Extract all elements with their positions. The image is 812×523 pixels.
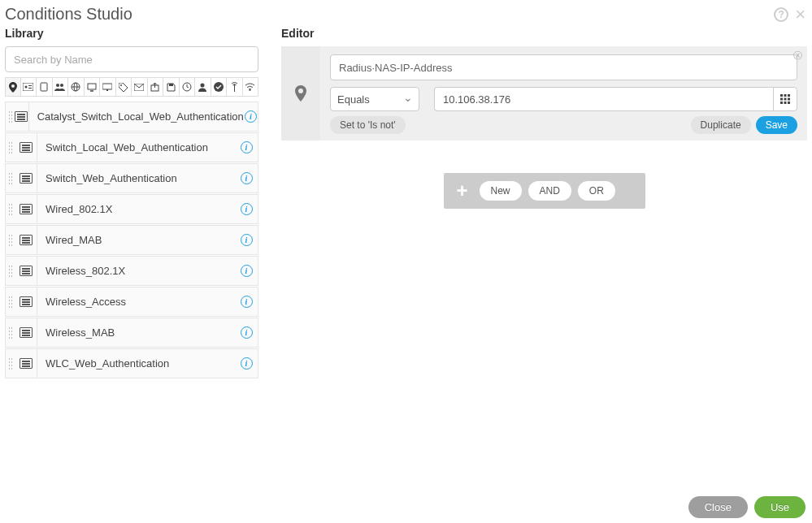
info-icon[interactable]: i: [235, 172, 258, 184]
library-item[interactable]: Catalyst_Switch_Local_Web_Authentication…: [5, 102, 258, 132]
library-title: Library: [5, 27, 258, 40]
filter-location-icon[interactable]: [5, 77, 21, 97]
svg-rect-23: [780, 94, 783, 97]
filter-device-icon[interactable]: [37, 77, 53, 97]
dictionary-input[interactable]: [330, 54, 797, 80]
svg-point-21: [233, 84, 235, 86]
svg-rect-31: [788, 102, 790, 104]
filter-badge-icon[interactable]: [21, 77, 37, 97]
grid-picker-icon[interactable]: [773, 87, 797, 111]
close-button[interactable]: Close: [688, 496, 748, 518]
library-item-label: Switch_Web_Authentication: [42, 172, 235, 184]
svg-point-1: [25, 86, 28, 89]
svg-rect-0: [23, 83, 33, 91]
svg-rect-4: [41, 83, 47, 91]
library-item[interactable]: Wired_MAB i: [5, 225, 258, 255]
condition-icon: [15, 164, 37, 192]
operator-select[interactable]: Equals: [330, 87, 419, 111]
remove-condition-icon[interactable]: ⓧ: [793, 50, 802, 62]
svg-point-6: [60, 84, 63, 87]
info-icon[interactable]: i: [235, 296, 258, 308]
library-item-label: Wired_802.1X: [42, 203, 235, 215]
filter-check-icon[interactable]: [211, 77, 228, 97]
filter-monitor-icon[interactable]: [85, 77, 101, 97]
library-item-label: Wireless_MAB: [42, 326, 235, 339]
library-item-label: Catalyst_Switch_Local_Web_Authentication: [34, 110, 244, 123]
drag-handle-icon[interactable]: [6, 173, 13, 184]
search-input[interactable]: [5, 46, 258, 72]
filter-desktop-icon[interactable]: [100, 77, 116, 97]
info-icon[interactable]: i: [235, 357, 258, 370]
info-icon[interactable]: i: [235, 265, 258, 277]
condition-type-icon: [281, 46, 320, 140]
filter-antenna-icon[interactable]: [227, 77, 243, 97]
svg-rect-27: [784, 98, 787, 101]
filter-tag-icon[interactable]: [116, 77, 132, 97]
condition-icon: [15, 133, 37, 162]
duplicate-button[interactable]: Duplicate: [691, 116, 751, 134]
drag-handle-icon[interactable]: [6, 142, 13, 153]
svg-rect-17: [169, 84, 173, 86]
help-icon[interactable]: ?: [774, 7, 788, 22]
filter-globe-icon[interactable]: [68, 77, 85, 97]
svg-point-14: [120, 84, 122, 86]
svg-point-22: [250, 89, 251, 91]
add-condition-icon[interactable]: +: [452, 179, 473, 202]
svg-rect-13: [106, 89, 108, 91]
info-icon[interactable]: i: [235, 234, 258, 246]
filter-wifi-icon[interactable]: [243, 77, 259, 97]
library-item[interactable]: Switch_Web_Authentication i: [5, 163, 258, 193]
drag-handle-icon[interactable]: [6, 266, 13, 277]
info-icon[interactable]: i: [244, 110, 258, 123]
library-item-label: Wired_MAB: [42, 234, 235, 246]
info-icon[interactable]: i: [235, 141, 258, 153]
logic-or-button[interactable]: OR: [578, 181, 615, 201]
condition-icon: [15, 195, 37, 223]
filter-save-icon[interactable]: [163, 77, 180, 97]
drag-handle-icon[interactable]: [6, 235, 13, 246]
logic-new-button[interactable]: New: [480, 181, 522, 201]
svg-rect-10: [88, 84, 96, 89]
logic-operator-strip: + New AND OR: [444, 173, 645, 209]
library-item-label: Wireless_Access: [42, 296, 235, 308]
svg-rect-26: [780, 98, 783, 101]
condition-icon: [15, 287, 37, 316]
info-icon[interactable]: i: [235, 326, 258, 339]
set-is-not-button[interactable]: Set to 'Is not': [330, 116, 406, 134]
editor-title: Editor: [281, 27, 807, 40]
library-item[interactable]: Wireless_Access i: [5, 287, 258, 317]
page-title: Conditions Studio: [5, 5, 132, 24]
svg-rect-28: [788, 98, 790, 101]
drag-handle-icon[interactable]: [6, 358, 13, 370]
condition-icon: [15, 226, 37, 254]
filter-mail-icon[interactable]: [132, 77, 148, 97]
svg-point-5: [56, 84, 59, 87]
filter-user-icon[interactable]: [195, 77, 211, 97]
library-item[interactable]: Wireless_802.1X i: [5, 256, 258, 286]
svg-rect-30: [784, 102, 787, 104]
filter-clock-icon[interactable]: [180, 77, 196, 97]
drag-handle-icon[interactable]: [6, 204, 13, 215]
library-item[interactable]: Switch_Local_Web_Authentication i: [5, 132, 258, 162]
library-item-label: WLC_Web_Authentication: [42, 357, 235, 370]
logic-and-button[interactable]: AND: [528, 181, 571, 201]
drag-handle-icon[interactable]: [6, 327, 13, 339]
library-item[interactable]: WLC_Web_Authentication i: [5, 348, 258, 378]
info-icon[interactable]: i: [235, 203, 258, 215]
library-filter-bar: [5, 77, 258, 97]
condition-icon: [15, 257, 37, 285]
filter-users-icon[interactable]: [53, 77, 69, 97]
value-input[interactable]: [434, 87, 773, 111]
svg-rect-29: [780, 102, 783, 104]
library-item[interactable]: Wired_802.1X i: [5, 194, 258, 224]
svg-rect-25: [788, 94, 790, 97]
drag-handle-icon[interactable]: [6, 296, 13, 308]
filter-export-icon[interactable]: [148, 77, 164, 97]
library-item[interactable]: Wireless_MAB i: [5, 318, 258, 348]
library-item-label: Wireless_802.1X: [42, 265, 235, 277]
close-icon[interactable]: ×: [795, 7, 805, 22]
save-button[interactable]: Save: [756, 116, 797, 134]
use-button[interactable]: Use: [754, 496, 805, 518]
drag-handle-icon[interactable]: [6, 111, 13, 123]
library-item-label: Switch_Local_Web_Authentication: [42, 141, 235, 153]
